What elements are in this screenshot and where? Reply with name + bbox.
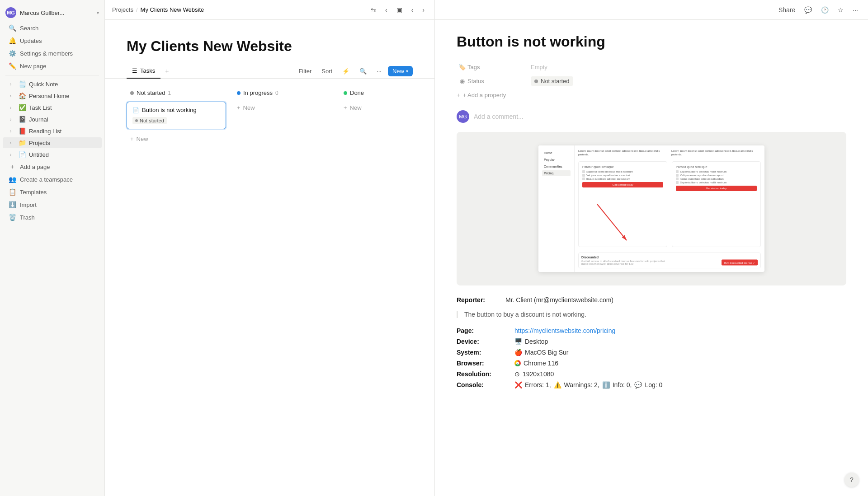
column-header-not-started: Not started 1 bbox=[127, 88, 226, 98]
sidebar-item-add-page[interactable]: + Add a page bbox=[3, 161, 102, 173]
sidebar-item-reading-list[interactable]: › 📕 Reading List bbox=[3, 126, 102, 136]
comment-icon[interactable]: 💬 bbox=[802, 5, 815, 15]
info-icon: ℹ️ bbox=[602, 381, 610, 388]
chevron-icon: › bbox=[10, 94, 15, 98]
personal-home-icon: 🏠 bbox=[18, 92, 26, 99]
mock-main: Lorem ipsum dolor sit amet connect adips… bbox=[575, 145, 764, 272]
system-value: 🍎 MacOS Big Sur bbox=[514, 349, 568, 356]
property-status[interactable]: ◉ Status Not started bbox=[457, 74, 846, 89]
view-toggle-icon[interactable]: ▣ bbox=[394, 5, 405, 15]
column-done: Done + New bbox=[340, 88, 434, 487]
new-button[interactable]: New ▾ bbox=[388, 66, 413, 76]
trash-icon: 🗑️ bbox=[8, 214, 16, 221]
page-link[interactable]: https://myclientswebsite.com/pricing bbox=[514, 327, 615, 334]
info-device: Device: 🖥️ Desktop bbox=[457, 336, 846, 347]
detail-info-grid: Page: https://myclientswebsite.com/prici… bbox=[457, 325, 846, 390]
status-label: Status bbox=[467, 78, 531, 84]
prev-icon[interactable]: ‹ bbox=[409, 5, 416, 15]
chevron-icon: › bbox=[10, 129, 15, 134]
property-tags[interactable]: 🏷️ Tags Empty bbox=[457, 61, 846, 74]
settings-label: Settings & members bbox=[20, 50, 73, 57]
tasks-tab-icon: ☰ bbox=[132, 67, 137, 74]
breadcrumb-projects[interactable]: Projects bbox=[112, 6, 133, 13]
add-tab-button[interactable]: + bbox=[162, 65, 171, 77]
discount-title: Discounted bbox=[581, 256, 758, 259]
user-name: Marcus Gullber... bbox=[20, 9, 93, 16]
mock-card-right: Paratur quod similique Sapienta libero d… bbox=[672, 161, 761, 247]
main-content: Projects / My Clients New Website ⇆ ‹ ▣ … bbox=[105, 0, 868, 496]
sidebar-item-trash[interactable]: 🗑️ Trash bbox=[3, 211, 102, 223]
sidebar-item-search[interactable]: 🔍 Search bbox=[3, 22, 102, 34]
page-value: https://myclientswebsite.com/pricing bbox=[514, 327, 615, 334]
lightning-button[interactable]: ⚡ bbox=[339, 66, 353, 76]
share-button[interactable]: Share bbox=[776, 5, 798, 15]
more-button[interactable]: ··· bbox=[373, 66, 385, 76]
status-dot-badge bbox=[534, 80, 538, 83]
column-not-started: Not started 1 📄 Button is not working No… bbox=[127, 88, 226, 487]
sidebar-item-projects[interactable]: › 📁 Projects bbox=[3, 137, 102, 148]
expand-icon[interactable]: ⇆ bbox=[368, 5, 379, 15]
sidebar-item-task-list[interactable]: › ✅ Task List bbox=[3, 102, 102, 113]
status-dot-in-progress bbox=[237, 91, 241, 95]
board: Not started 1 📄 Button is not working No… bbox=[105, 79, 434, 496]
column-label-not-started: Not started bbox=[137, 89, 165, 96]
resolution-value: ⊙ 1920x1080 bbox=[514, 370, 554, 378]
sidebar-item-import[interactable]: ⬇️ Import bbox=[3, 199, 102, 211]
add-new-done[interactable]: + New bbox=[340, 102, 434, 114]
star-icon[interactable]: ☆ bbox=[835, 5, 846, 15]
sidebar-item-templates[interactable]: 📋 Templates bbox=[3, 186, 102, 198]
column-count-in-progress: 0 bbox=[275, 90, 278, 96]
column-header-in-progress: In progress 0 bbox=[233, 88, 333, 98]
sidebar-item-create-teamspace[interactable]: 👥 Create a teamspace bbox=[3, 173, 102, 185]
more-options-icon[interactable]: ··· bbox=[850, 5, 861, 15]
projects-label: Projects bbox=[29, 140, 96, 146]
help-button[interactable]: ? bbox=[844, 473, 859, 487]
add-property-button[interactable]: + + Add a property bbox=[457, 89, 846, 101]
sidebar-item-updates[interactable]: 🔔 Updates bbox=[3, 35, 102, 47]
tab-actions: Filter Sort ⚡ 🔍 ··· New ▾ bbox=[295, 66, 413, 76]
console-label: Console: bbox=[457, 381, 511, 388]
sidebar-item-new-page[interactable]: ✏️ New page bbox=[3, 60, 102, 72]
user-profile[interactable]: MG Marcus Gullber... ▾ bbox=[0, 4, 104, 22]
chevron-icon: › bbox=[10, 152, 15, 157]
reporter-value: Mr. Client (mr@myclientswebsite.com) bbox=[505, 296, 613, 304]
add-new-not-started[interactable]: + New bbox=[127, 133, 226, 145]
info-system: System: 🍎 MacOS Big Sur bbox=[457, 347, 846, 358]
next-icon[interactable]: › bbox=[420, 5, 427, 15]
tab-tasks[interactable]: ☰ Tasks bbox=[127, 64, 160, 79]
teamspace-icon: 👥 bbox=[8, 176, 16, 183]
status-dot-small bbox=[135, 119, 138, 122]
sort-button[interactable]: Sort bbox=[318, 66, 336, 76]
device-value: 🖥️ Desktop bbox=[514, 338, 548, 345]
discount-text: Get full access to all of standard licen… bbox=[581, 260, 672, 265]
sidebar-item-quick-note[interactable]: › 🗒️ Quick Note bbox=[3, 79, 102, 89]
info-page: Page: https://myclientswebsite.com/prici… bbox=[457, 325, 846, 336]
page-label: Page: bbox=[457, 327, 511, 334]
page-title-area: My Clients New Website bbox=[105, 20, 434, 64]
card-button-not-working[interactable]: 📄 Button is not working Not started bbox=[127, 102, 226, 129]
search-button[interactable]: 🔍 bbox=[356, 66, 370, 76]
sidebar-item-settings[interactable]: ⚙️ Settings & members bbox=[3, 47, 102, 59]
mock-item: Home bbox=[542, 150, 571, 156]
filter-button[interactable]: Filter bbox=[295, 66, 315, 76]
add-new-in-progress[interactable]: + New bbox=[233, 102, 333, 114]
sidebar-item-personal-home[interactable]: › 🏠 Personal Home bbox=[3, 90, 102, 101]
comment-input[interactable]: Add a comment... bbox=[474, 113, 846, 120]
tags-value: Empty bbox=[531, 64, 846, 70]
back-icon[interactable]: ‹ bbox=[382, 5, 390, 15]
column-header-done: Done bbox=[340, 88, 434, 98]
sidebar-item-journal[interactable]: › 📓 Journal bbox=[3, 114, 102, 125]
settings-icon: ⚙️ bbox=[8, 50, 16, 57]
sidebar-item-untitled[interactable]: › 📄 Untitled bbox=[3, 149, 102, 160]
info-resolution: Resolution: ⊙ 1920x1080 bbox=[457, 369, 846, 379]
projects-icon: 📁 bbox=[18, 139, 26, 146]
reporter-label: Reporter: bbox=[457, 296, 502, 304]
mock-btn-left: Get started today bbox=[582, 182, 663, 187]
mock-item: Communities bbox=[542, 164, 571, 169]
tasks-tab-label: Tasks bbox=[140, 67, 155, 74]
breadcrumb: Projects / My Clients New Website bbox=[112, 6, 204, 13]
history-icon[interactable]: 🕐 bbox=[818, 5, 831, 15]
card-title: 📄 Button is not working bbox=[132, 107, 220, 113]
mock-card-left: Paratur quod similique Sapienta libero d… bbox=[578, 161, 667, 247]
new-page-icon: ✏️ bbox=[8, 62, 16, 70]
